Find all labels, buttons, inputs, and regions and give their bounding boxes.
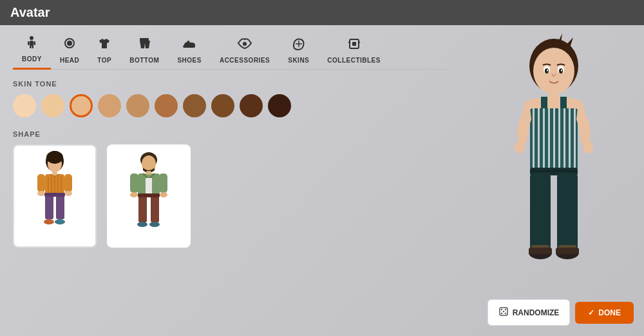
svg-point-49: [533, 48, 574, 94]
tab-top[interactable]: TOP: [88, 33, 120, 69]
svg-point-84: [502, 311, 504, 312]
svg-rect-66: [564, 108, 565, 170]
svg-rect-47: [146, 171, 151, 175]
svg-point-17: [46, 151, 63, 164]
done-button[interactable]: ✓ DONE: [575, 302, 634, 324]
svg-rect-72: [530, 173, 551, 250]
svg-rect-61: [538, 108, 540, 170]
bottom-icon: [138, 37, 151, 54]
tab-accessories[interactable]: ACCESSORIES: [211, 33, 279, 69]
head-icon: [63, 37, 76, 54]
svg-point-86: [504, 313, 506, 314]
svg-rect-29: [56, 193, 64, 219]
tab-navigation: BODY HEAD: [13, 25, 451, 70]
skin-tone-9[interactable]: [268, 94, 291, 117]
svg-rect-33: [52, 172, 57, 175]
svg-rect-24: [37, 174, 45, 192]
svg-rect-8: [140, 38, 149, 41]
svg-rect-42: [138, 194, 147, 222]
shape-section: SHAPE: [13, 130, 451, 323]
svg-point-7: [67, 41, 72, 46]
svg-rect-67: [569, 108, 571, 170]
skin-tone-3[interactable]: [98, 94, 121, 117]
svg-rect-62: [543, 108, 545, 170]
svg-rect-25: [64, 174, 72, 192]
collectibles-icon: [347, 37, 361, 54]
main-container: Avatar: [0, 0, 644, 336]
tab-top-label: TOP: [97, 57, 111, 64]
svg-rect-65: [558, 108, 560, 170]
skin-tone-4[interactable]: [126, 94, 149, 117]
tab-body[interactable]: BODY: [13, 32, 51, 70]
svg-point-54: [547, 70, 548, 72]
shape-female-card[interactable]: [13, 144, 97, 248]
tab-accessories-label: ACCESSORIES: [220, 57, 270, 64]
tab-collectibles-label: COLLECTIBLES: [327, 57, 381, 64]
shape-label: SHAPE: [13, 130, 451, 138]
skin-tone-2[interactable]: [70, 94, 93, 117]
svg-point-85: [500, 313, 502, 314]
shoes-icon: [182, 37, 197, 54]
randomize-icon: [498, 306, 509, 319]
skin-tone-section: SKIN TONE: [13, 80, 451, 117]
svg-rect-80: [558, 245, 576, 248]
svg-point-45: [137, 222, 147, 227]
skins-icon: [292, 37, 306, 54]
svg-point-10: [243, 42, 247, 46]
top-icon: [97, 37, 111, 54]
svg-rect-12: [352, 42, 356, 46]
tab-skins[interactable]: SKINS: [279, 33, 318, 69]
svg-rect-64: [553, 108, 555, 170]
svg-rect-5: [34, 41, 36, 45]
skin-tone-1[interactable]: [41, 94, 64, 117]
svg-rect-76: [529, 248, 552, 254]
tab-bottom-label: BOTTOM: [129, 57, 159, 64]
skin-tone-7[interactable]: [211, 94, 234, 117]
tab-collectibles[interactable]: COLLECTIBLES: [318, 33, 390, 69]
svg-rect-79: [531, 245, 549, 248]
skin-tone-6[interactable]: [183, 94, 206, 117]
shape-male-card[interactable]: [107, 144, 191, 248]
svg-rect-78: [556, 248, 579, 254]
svg-rect-9: [187, 41, 189, 43]
tab-bottom[interactable]: BOTTOM: [120, 33, 168, 69]
svg-rect-1: [30, 41, 33, 46]
svg-point-40: [130, 192, 138, 197]
svg-point-83: [504, 309, 506, 310]
svg-point-46: [149, 222, 160, 227]
content-area: BODY HEAD: [0, 25, 644, 336]
tab-head[interactable]: HEAD: [51, 33, 88, 69]
body-icon: [25, 35, 38, 53]
svg-point-0: [30, 36, 33, 40]
skin-tone-8[interactable]: [240, 94, 263, 117]
done-label: DONE: [598, 308, 621, 317]
svg-rect-4: [28, 41, 30, 45]
svg-point-70: [583, 141, 593, 153]
tab-head-label: HEAD: [60, 57, 79, 64]
svg-rect-73: [557, 173, 578, 250]
svg-point-32: [55, 219, 65, 224]
shape-row: [13, 144, 451, 248]
left-panel: BODY HEAD: [0, 25, 464, 336]
svg-rect-39: [159, 173, 167, 193]
randomize-label: RANDOMIZE: [513, 308, 560, 317]
skin-tone-label: SKIN TONE: [13, 80, 451, 88]
svg-point-69: [515, 141, 525, 153]
tab-skins-label: SKINS: [288, 57, 309, 64]
skin-tone-0[interactable]: [13, 94, 36, 117]
svg-rect-44: [138, 193, 160, 197]
svg-rect-28: [45, 193, 53, 219]
svg-rect-37: [146, 178, 152, 195]
svg-rect-38: [130, 173, 138, 193]
right-panel: [464, 25, 644, 336]
svg-point-27: [64, 191, 72, 196]
svg-point-55: [561, 70, 562, 72]
randomize-button[interactable]: RANDOMIZE: [488, 299, 571, 326]
tab-body-label: BODY: [22, 55, 42, 63]
svg-rect-74: [530, 170, 578, 172]
svg-rect-30: [44, 193, 65, 197]
skin-tone-5[interactable]: [155, 94, 178, 117]
avatar-preview: [480, 32, 628, 329]
tab-shoes[interactable]: SHOES: [168, 33, 211, 69]
tab-shoes-label: SHOES: [177, 57, 202, 64]
